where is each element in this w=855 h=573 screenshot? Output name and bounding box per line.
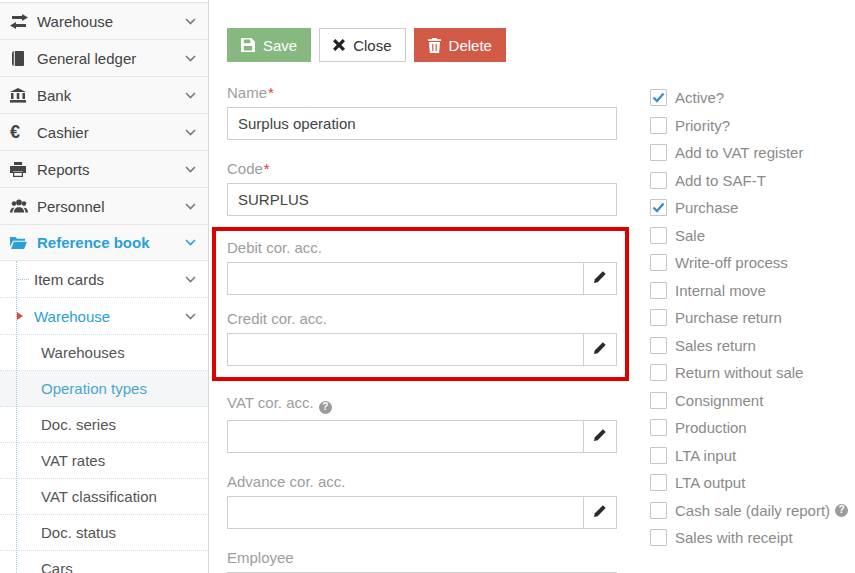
delete-button[interactable]: Delete — [414, 28, 506, 62]
checkbox-row-internal-move[interactable]: Internal move — [650, 282, 848, 299]
checkbox-row-purchase[interactable]: Purchase — [650, 199, 848, 216]
sidebar-item-cashier[interactable]: Cashier — [0, 113, 208, 150]
purchase-return-checkbox[interactable] — [650, 309, 667, 326]
checkbox-row-priority[interactable]: Priority? — [650, 117, 848, 134]
name-input[interactable] — [227, 107, 617, 140]
checkbox-label[interactable]: Return without sale — [675, 364, 803, 381]
checkbox-label[interactable]: Purchase — [675, 199, 738, 216]
checkbox-row-purchase-return[interactable]: Purchase return — [650, 309, 848, 326]
sidebar-item-general-ledger[interactable]: General ledger — [0, 39, 208, 76]
checkbox-label[interactable]: Write-off process — [675, 254, 788, 271]
checkbox-label[interactable]: Active? — [675, 89, 724, 106]
checkbox-row-return-without-sale[interactable]: Return without sale — [650, 364, 848, 381]
checkbox-row-cash-sale[interactable]: Cash sale (daily report) — [650, 502, 848, 519]
write-off-process-checkbox[interactable] — [650, 254, 667, 271]
lta-input-checkbox[interactable] — [650, 447, 667, 464]
trash-icon — [428, 38, 441, 53]
sidebar-subitem-item-cards[interactable]: Item cards — [0, 261, 208, 298]
internal-move-checkbox[interactable] — [650, 282, 667, 299]
checkbox-label[interactable]: Sales return — [675, 337, 756, 354]
tree-connector — [17, 279, 29, 280]
checkmark-icon — [652, 92, 665, 103]
sidebar: Warehouse General ledger Bank Cashier — [0, 0, 209, 573]
checkbox-row-production[interactable]: Production — [650, 419, 848, 436]
code-input[interactable] — [227, 183, 617, 216]
checkbox-row-lta-input[interactable]: LTA input — [650, 447, 848, 464]
book-icon — [10, 51, 37, 66]
edit-vat-account-button[interactable] — [583, 421, 616, 452]
chevron-down-icon — [185, 166, 196, 173]
lta-output-checkbox[interactable] — [650, 474, 667, 491]
checkbox-row-sales-return[interactable]: Sales return — [650, 337, 848, 354]
checkbox-row-write-off-process[interactable]: Write-off process — [650, 254, 848, 271]
chevron-down-icon — [185, 18, 196, 25]
cash-sale-checkbox[interactable] — [650, 502, 667, 519]
sidebar-subitem-vat-rates[interactable]: VAT rates — [0, 443, 208, 479]
checkbox-label[interactable]: Internal move — [675, 282, 766, 299]
checkbox-label[interactable]: Add to VAT register — [675, 144, 803, 161]
sales-with-receipt-checkbox[interactable] — [650, 529, 667, 546]
credit-cor-acc-group — [227, 333, 617, 366]
exchange-icon — [10, 14, 37, 29]
floppy-disk-icon — [241, 38, 255, 52]
sidebar-subitem-label: Warehouses — [41, 344, 196, 361]
sidebar-subitem-cars[interactable]: Cars — [0, 551, 208, 573]
checkbox-row-active[interactable]: Active? — [650, 89, 848, 106]
sidebar-subitem-operation-types[interactable]: Operation types — [0, 371, 208, 407]
field-credit-cor-acc: Credit cor. acc. — [227, 310, 617, 366]
advance-cor-acc-input[interactable] — [228, 497, 583, 528]
label-text: Credit cor. acc. — [227, 310, 327, 327]
checkbox-row-add-to-vat-register[interactable]: Add to VAT register — [650, 144, 848, 161]
sidebar-subitem-doc-series[interactable]: Doc. series — [0, 407, 208, 443]
checkbox-label[interactable]: Add to SAF-T — [675, 172, 766, 189]
checkbox-row-sales-with-receipt[interactable]: Sales with receipt — [650, 529, 848, 546]
save-button[interactable]: Save — [227, 28, 311, 62]
close-button[interactable]: Close — [319, 28, 405, 62]
return-without-sale-checkbox[interactable] — [650, 364, 667, 381]
checkbox-label[interactable]: LTA output — [675, 474, 745, 491]
production-checkbox[interactable] — [650, 419, 667, 436]
sales-return-checkbox[interactable] — [650, 337, 667, 354]
checkbox-label[interactable]: Sales with receipt — [675, 529, 793, 546]
add-to-saf-t-checkbox[interactable] — [650, 172, 667, 189]
sidebar-subitem-vat-classification[interactable]: VAT classification — [0, 479, 208, 515]
reference-book-submenu: Item cards Warehouse Warehouses Operatio… — [0, 261, 208, 573]
sidebar-subitem-warehouse[interactable]: Warehouse — [0, 298, 208, 335]
checkbox-label[interactable]: Purchase return — [675, 309, 782, 326]
checkbox-label[interactable]: Production — [675, 419, 747, 436]
sidebar-item-reference-book[interactable]: Reference book — [0, 224, 208, 261]
sidebar-item-reports[interactable]: Reports — [0, 150, 208, 187]
checkbox-row-add-to-saf-t[interactable]: Add to SAF-T — [650, 172, 848, 189]
priority-checkbox[interactable] — [650, 117, 667, 134]
edit-debit-account-button[interactable] — [583, 263, 616, 294]
checkbox-label[interactable]: LTA input — [675, 447, 736, 464]
vat-cor-acc-input[interactable] — [228, 421, 583, 452]
question-circle-icon[interactable] — [835, 504, 848, 517]
checkbox-row-sale[interactable]: Sale — [650, 227, 848, 244]
employee-label: Employee — [227, 549, 617, 566]
sidebar-item-warehouse[interactable]: Warehouse — [0, 2, 208, 39]
debit-cor-acc-input[interactable] — [228, 263, 583, 294]
sidebar-item-personnel[interactable]: Personnel — [0, 187, 208, 224]
sidebar-subitem-label: Doc. series — [41, 416, 196, 433]
edit-credit-account-button[interactable] — [583, 334, 616, 365]
sidebar-subitem-label: VAT rates — [41, 452, 196, 469]
purchase-checkbox[interactable] — [650, 199, 667, 216]
question-circle-icon[interactable] — [319, 401, 332, 414]
sale-checkbox[interactable] — [650, 227, 667, 244]
sidebar-subitem-doc-status[interactable]: Doc. status — [0, 515, 208, 551]
checkbox-row-consignment[interactable]: Consignment — [650, 392, 848, 409]
checkbox-label[interactable]: Sale — [675, 227, 705, 244]
checkbox-row-lta-output[interactable]: LTA output — [650, 474, 848, 491]
edit-advance-account-button[interactable] — [583, 497, 616, 528]
credit-cor-acc-input[interactable] — [228, 334, 583, 365]
sidebar-item-bank[interactable]: Bank — [0, 76, 208, 113]
checkbox-label[interactable]: Cash sale (daily report) — [675, 502, 848, 519]
add-to-vat-register-checkbox[interactable] — [650, 144, 667, 161]
checkbox-label[interactable]: Priority? — [675, 117, 730, 134]
active-checkbox[interactable] — [650, 89, 667, 106]
label-text: Cash sale (daily report) — [675, 502, 830, 519]
consignment-checkbox[interactable] — [650, 392, 667, 409]
sidebar-subitem-warehouses[interactable]: Warehouses — [0, 335, 208, 371]
checkbox-label[interactable]: Consignment — [675, 392, 763, 409]
